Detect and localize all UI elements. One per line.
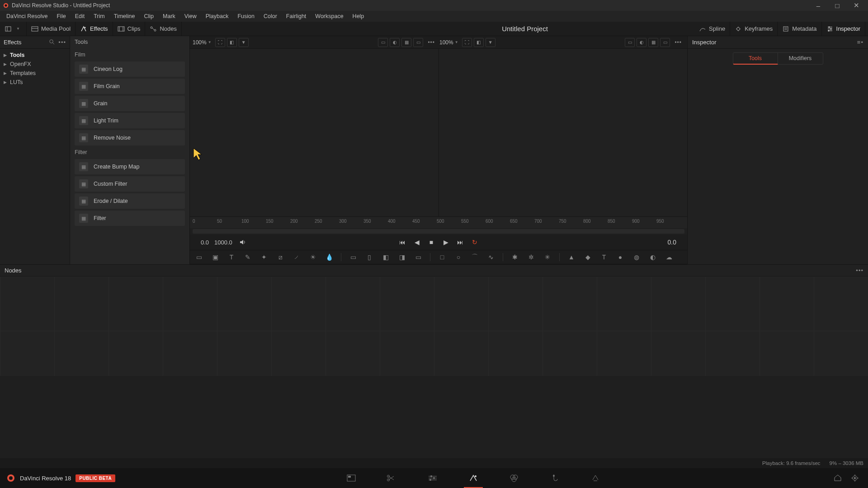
goto-start-icon[interactable]: ⏮	[397, 237, 407, 247]
tree-item-openfx[interactable]: ▶OpenFX	[0, 60, 70, 69]
toolstrip-icon-25[interactable]: ▲	[567, 253, 576, 262]
tree-item-templates[interactable]: ▶Templates	[0, 69, 70, 78]
menu-file[interactable]: File	[52, 12, 70, 21]
home-icon[interactable]	[834, 474, 842, 482]
loop-icon[interactable]: ↻	[470, 237, 480, 247]
viewer-left-opt-4[interactable]: ▭	[413, 38, 423, 47]
page-color-icon[interactable]	[507, 471, 521, 485]
tool-entry-cineon-log[interactable]: ▦Cineon Log	[75, 61, 185, 77]
time-current[interactable]: 0.0	[668, 239, 676, 246]
tool-entry-filter[interactable]: ▦Filter	[75, 211, 185, 226]
toolstrip-icon-1[interactable]: ▣	[211, 253, 220, 262]
toolstrip-icon-11[interactable]: ▯	[365, 253, 374, 262]
viewer-right-opt-3[interactable]: ▦	[648, 38, 658, 47]
close-button[interactable]: ✕	[847, 0, 865, 10]
tool-entry-light-trim[interactable]: ▦Light Trim	[75, 113, 185, 128]
tree-item-luts[interactable]: ▶LUTs	[0, 78, 70, 87]
viewer-left[interactable]	[190, 49, 439, 216]
page-edit-icon[interactable]	[426, 471, 439, 485]
toolstrip-icon-5[interactable]: ⧄	[276, 253, 285, 262]
layout-toggle[interactable]: ▼	[0, 22, 27, 36]
toolstrip-icon-19[interactable]: ∿	[486, 253, 495, 262]
scrub-bar[interactable]	[193, 229, 684, 234]
spline-button[interactable]: Spline	[694, 22, 730, 36]
tool-entry-film-grain[interactable]: ▦Film Grain	[75, 79, 185, 94]
inspector-tab-tools[interactable]: Tools	[733, 52, 778, 65]
keyframes-button[interactable]: Keyframes	[730, 22, 778, 36]
menu-workspace[interactable]: Workspace	[311, 12, 348, 21]
toolstrip-icon-29[interactable]: ◍	[632, 253, 641, 262]
goto-end-icon[interactable]: ⏭	[455, 237, 465, 247]
viewer-right[interactable]	[439, 49, 688, 216]
viewer-left-fit-icon[interactable]: ⛶	[215, 38, 225, 47]
nodes-toolbar-button[interactable]: Nodes	[145, 22, 182, 36]
inspector-options-icon[interactable]: ≡•	[857, 39, 863, 46]
effects-options-icon[interactable]: •••	[58, 39, 66, 46]
menu-fusion[interactable]: Fusion	[233, 12, 259, 21]
toolstrip-icon-27[interactable]: T	[599, 253, 609, 262]
toolstrip-icon-10[interactable]: ▭	[349, 253, 358, 262]
toolstrip-icon-2[interactable]: T	[227, 253, 236, 262]
effects-button[interactable]: Effects	[75, 22, 113, 36]
page-fusion-icon[interactable]	[467, 471, 480, 485]
tool-entry-erode-dilate[interactable]: ▦Erode / Dilate	[75, 193, 185, 209]
toolstrip-icon-14[interactable]: ▭	[414, 253, 423, 262]
viewer-right-opt-1[interactable]: ▭	[625, 38, 635, 47]
viewer-left-toggle-b[interactable]: ▼	[239, 38, 249, 47]
nodes-graph[interactable]	[0, 277, 868, 376]
menu-edit[interactable]: Edit	[71, 12, 90, 21]
menu-clip[interactable]: Clip	[140, 12, 159, 21]
toolstrip-icon-4[interactable]: ✦	[259, 253, 269, 262]
toolstrip-icon-23[interactable]: ✳	[543, 253, 552, 262]
tool-entry-create-bump-map[interactable]: ▦Create Bump Map	[75, 159, 185, 174]
toolstrip-icon-18[interactable]: ⌒	[470, 253, 479, 262]
menu-davinci-resolve[interactable]: DaVinci Resolve	[2, 12, 52, 21]
menu-timeline[interactable]: Timeline	[109, 12, 140, 21]
toolstrip-icon-12[interactable]: ◧	[381, 253, 390, 262]
menu-playback[interactable]: Playback	[201, 12, 233, 21]
page-cut-icon[interactable]	[385, 471, 399, 485]
viewer-right-fit-icon[interactable]: ⛶	[462, 38, 472, 47]
toolstrip-icon-13[interactable]: ◨	[397, 253, 406, 262]
time-start[interactable]: 0.0	[201, 239, 209, 246]
toolstrip-icon-6[interactable]: ⟋	[292, 253, 301, 262]
viewer-left-opt-3[interactable]: ▦	[401, 38, 411, 47]
search-icon[interactable]	[49, 39, 55, 46]
toolstrip-icon-22[interactable]: ✲	[527, 253, 536, 262]
viewer-left-zoom[interactable]: 100%▼	[193, 39, 212, 46]
tool-entry-grain[interactable]: ▦Grain	[75, 96, 185, 111]
menu-fairlight[interactable]: Fairlight	[282, 12, 311, 21]
menu-color[interactable]: Color	[259, 12, 282, 21]
timeline-ruler[interactable]: 0501001502002503003504004505005506006507…	[190, 216, 687, 228]
toolstrip-icon-28[interactable]: ●	[616, 253, 625, 262]
toolstrip-icon-30[interactable]: ◐	[648, 253, 657, 262]
menu-trim[interactable]: Trim	[89, 12, 109, 21]
stop-icon[interactable]: ■	[426, 237, 436, 247]
project-settings-icon[interactable]	[851, 474, 859, 482]
menu-view[interactable]: View	[180, 12, 201, 21]
play-icon[interactable]: ▶	[441, 237, 451, 247]
toolstrip-icon-26[interactable]: ◆	[583, 253, 592, 262]
minimize-button[interactable]: –	[809, 0, 827, 10]
viewer-right-opt-2[interactable]: ◐	[637, 38, 646, 47]
viewer-right-opt-4[interactable]: ▭	[660, 38, 670, 47]
viewer-left-toggle-a[interactable]: ◧	[227, 38, 237, 47]
nodes-options-icon[interactable]: •••	[856, 267, 863, 274]
viewer-left-opt-1[interactable]: ▭	[378, 38, 388, 47]
viewer-right-toggle-b[interactable]: ▼	[486, 38, 495, 47]
tree-item-tools[interactable]: ▶Tools	[0, 51, 70, 60]
audio-icon[interactable]	[238, 237, 248, 247]
tool-entry-remove-noise[interactable]: ▦Remove Noise	[75, 130, 185, 145]
toolstrip-icon-0[interactable]: ▭	[194, 253, 203, 262]
step-back-icon[interactable]: ◀	[412, 237, 422, 247]
viewer-left-more-icon[interactable]: •••	[425, 39, 438, 46]
metadata-button[interactable]: Metadata	[778, 22, 821, 36]
time-end[interactable]: 1000.0	[214, 239, 232, 246]
viewer-right-more-icon[interactable]: •••	[672, 39, 684, 46]
page-media-icon[interactable]	[344, 471, 358, 485]
toolstrip-icon-17[interactable]: ○	[454, 253, 463, 262]
toolstrip-icon-21[interactable]: ✱	[510, 253, 519, 262]
inspector-button[interactable]: Inspector	[822, 22, 865, 36]
media-pool-button[interactable]: Media Pool	[27, 22, 75, 36]
tool-entry-custom-filter[interactable]: ▦Custom Filter	[75, 176, 185, 192]
